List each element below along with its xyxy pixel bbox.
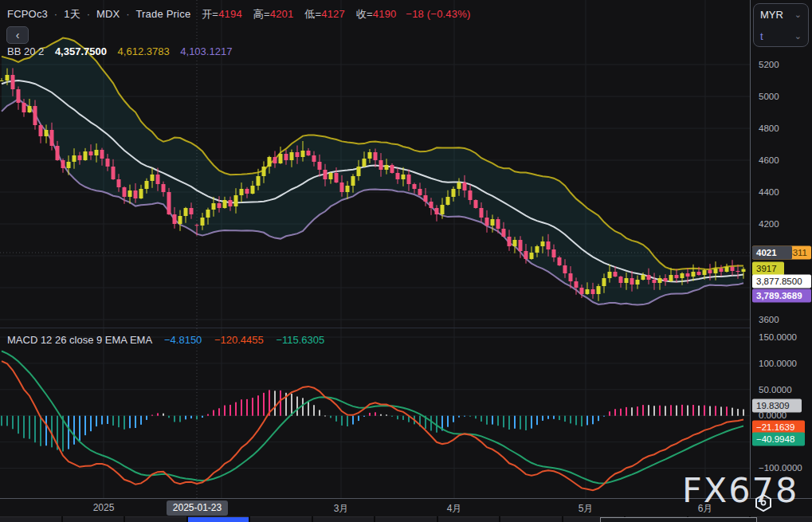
chevron-down-icon: ⌄ bbox=[794, 10, 802, 20]
high-value: 4201 bbox=[270, 8, 294, 20]
bb-upper-value: 4,612.3783 bbox=[118, 45, 170, 57]
macd-signal-value: −115.6305 bbox=[276, 334, 324, 346]
fx678-watermark: FX678 bbox=[682, 470, 798, 510]
axis-value-label: 3,789.3689 bbox=[752, 289, 811, 303]
currency-dropdown[interactable]: MYR ⌄ bbox=[754, 4, 808, 26]
high-label: 高= bbox=[253, 8, 270, 20]
macd-indicator-legend[interactable]: MACD 12 26 close 9 EMA EMA −4.8150 −120.… bbox=[7, 334, 324, 346]
bb-basis-value: 4,357.7500 bbox=[55, 45, 107, 57]
chevron-down-icon: ⌄ bbox=[794, 31, 802, 41]
strip-cell bbox=[0, 516, 61, 522]
axis-value-label: 3,877.8500 bbox=[752, 275, 811, 288]
axis-value-label: −40.9948 bbox=[752, 433, 805, 446]
axis-tick: 50.0000 bbox=[759, 385, 792, 394]
crosshair-date-label: 2025-01-23 bbox=[167, 500, 228, 516]
exchange: MDX bbox=[96, 8, 120, 20]
strip-cell bbox=[250, 516, 312, 522]
bb-indicator-legend[interactable]: BB 20 2 4,357.7500 4,612.3783 4,103.1217 bbox=[7, 45, 232, 57]
strip-cell bbox=[375, 516, 437, 522]
macd-line-value: −120.4455 bbox=[214, 334, 264, 346]
symbol-name[interactable]: FCPOc3 bbox=[7, 8, 48, 20]
axis-tick: 3600 bbox=[759, 315, 779, 324]
strip-cell bbox=[500, 516, 562, 522]
axis-tick: 4400 bbox=[759, 187, 779, 197]
trading-chart-app: FCPOc3 · 1天 · MDX · Trade Price 开=4194 高… bbox=[0, 0, 812, 522]
axis-tick: 4200 bbox=[759, 219, 779, 229]
symbol-header: FCPOc3 · 1天 · MDX · Trade Price 开=4194 高… bbox=[7, 7, 471, 22]
macd-pane[interactable] bbox=[0, 328, 750, 498]
pane-separator[interactable] bbox=[0, 328, 750, 328]
strip-cell bbox=[313, 516, 375, 522]
price-type: Trade Price bbox=[135, 8, 190, 20]
time-axis-label: 5月 bbox=[579, 502, 594, 516]
bb-title: BB 20 2 bbox=[7, 45, 44, 57]
open-label: 开= bbox=[202, 8, 218, 20]
time-axis-label: 4月 bbox=[447, 502, 462, 516]
axis-value-label: 4021 bbox=[752, 246, 792, 260]
bottom-toolbar-fragment bbox=[600, 517, 757, 522]
macd-hist-value: −4.8150 bbox=[164, 334, 202, 346]
interval[interactable]: 1天 bbox=[64, 8, 80, 20]
axis-tick: 5000 bbox=[759, 92, 779, 101]
strip-cell bbox=[751, 516, 812, 522]
bb-lower-value: 4,103.1217 bbox=[180, 45, 232, 57]
low-value: 4127 bbox=[321, 8, 345, 20]
time-axis-label: 3月 bbox=[334, 502, 349, 516]
axis-value-label: 19.8309 bbox=[752, 399, 802, 413]
axis-tick: 4800 bbox=[759, 124, 779, 133]
unit-value: t bbox=[760, 30, 763, 42]
fx678-logo-icon bbox=[751, 493, 775, 513]
axis-value-label: 3917 bbox=[752, 262, 784, 276]
strip-cell bbox=[63, 516, 124, 522]
strip-cell bbox=[125, 516, 186, 522]
close-label: 收= bbox=[356, 8, 373, 20]
price-axis[interactable]: 5200500048004600440042003600150.0000100.… bbox=[750, 0, 812, 516]
strip-cell-highlighted bbox=[188, 516, 249, 522]
time-axis-label: 2025 bbox=[93, 502, 115, 513]
axis-tick: 4600 bbox=[759, 155, 779, 165]
macd-title: MACD 12 26 close 9 EMA EMA bbox=[7, 334, 151, 346]
currency-value: MYR bbox=[760, 9, 783, 21]
strip-cell bbox=[438, 516, 500, 522]
unit-dropdown[interactable]: t ⌄ bbox=[754, 26, 808, 47]
low-label: 低= bbox=[304, 8, 321, 20]
open-value: 4194 bbox=[218, 8, 242, 20]
change-value: −18 (−0.43%) bbox=[406, 8, 470, 20]
axis-tick: 100.0000 bbox=[759, 359, 797, 368]
close-value: 4190 bbox=[373, 8, 397, 20]
axis-tick: 5200 bbox=[759, 60, 779, 69]
back-button[interactable]: ‹ bbox=[6, 26, 29, 44]
axis-tick: 150.0000 bbox=[759, 332, 797, 342]
axis-unit-box: MYR ⌄ t ⌄ bbox=[753, 3, 809, 47]
